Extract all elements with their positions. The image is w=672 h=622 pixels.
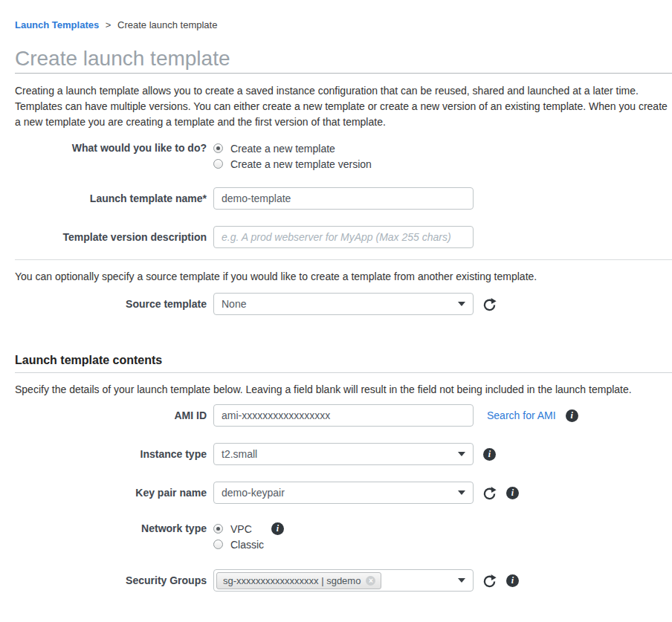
radio-vpc[interactable]: VPC [213,521,252,537]
radio-classic-label: Classic [230,539,264,551]
security-groups-label: Security Groups [15,573,207,589]
radio-button-icon[interactable] [213,143,223,153]
security-groups-row: Security Groups sg-xxxxxxxxxxxxxxxxx | s… [15,569,672,592]
radio-button-icon[interactable] [213,159,223,169]
refresh-icon[interactable] [482,297,497,311]
version-description-label: Template version description [15,230,207,245]
network-type-label: Network type [15,521,207,537]
source-section-divider [15,259,672,260]
title-divider [15,73,672,74]
refresh-icon[interactable] [482,574,497,588]
breadcrumb-current: Create launch template [117,19,217,30]
intro-text: Creating a launch template allows you to… [15,83,668,130]
security-group-tag-label: sg-xxxxxxxxxxxxxxxxx | sgdemo [223,575,361,586]
source-template-label: Source template [15,297,207,312]
key-pair-value: demo-keypair [222,487,285,499]
chevron-down-icon [458,452,465,456]
key-pair-select[interactable]: demo-keypair [213,482,474,504]
contents-divider [15,372,672,373]
contents-description: Specify the details of your launch templ… [15,382,668,398]
search-for-ami-link[interactable]: Search for AMI [487,409,556,421]
template-name-row: Launch template name* [15,187,672,210]
what-label: What would you like to do? [15,140,207,156]
security-group-tag: sg-xxxxxxxxxxxxxxxxx | sgdemo × [216,572,381,589]
radio-vpc-label: VPC [230,523,252,535]
create-launch-template-page: Launch Templates > Create launch templat… [0,19,672,622]
instance-type-select[interactable]: t2.small [213,443,474,465]
what-row: What would you like to do? Create a new … [15,140,672,172]
radio-create-new-template[interactable]: Create a new template [213,140,372,156]
ami-row: AMI ID Search for AMI i [15,404,672,427]
source-template-value: None [222,298,246,310]
instance-type-value: t2.small [222,448,257,460]
breadcrumb-link-launch-templates[interactable]: Launch Templates [15,19,99,30]
source-template-select[interactable]: None [213,293,474,315]
info-icon[interactable]: i [506,574,519,587]
radio-button-icon[interactable] [213,524,223,534]
info-icon[interactable]: i [566,409,578,422]
radio-classic[interactable]: Classic [213,537,284,552]
key-pair-label: Key pair name [15,485,207,501]
chevron-down-icon [458,302,465,306]
security-groups-select[interactable]: sg-xxxxxxxxxxxxxxxxx | sgdemo × [213,569,474,592]
breadcrumb-separator: > [106,19,112,30]
source-template-note: You can optionally specify a source temp… [15,269,668,285]
version-description-input[interactable] [213,226,474,248]
launch-template-contents-title: Launch template contents [15,354,672,367]
radio-button-icon[interactable] [213,540,223,549]
refresh-icon[interactable] [482,486,497,500]
key-pair-row: Key pair name demo-keypair i [15,482,672,504]
chevron-down-icon [458,578,465,583]
info-icon[interactable]: i [483,448,496,461]
info-icon[interactable]: i [271,522,284,535]
instance-type-label: Instance type [15,447,207,462]
page-title: Create launch template [15,46,672,71]
radio-create-new-template-label: Create a new template [230,143,335,155]
radio-create-new-template-version[interactable]: Create a new template version [213,156,372,172]
chevron-down-icon [458,490,465,495]
network-type-row: Network type VPC i Classic [15,521,672,552]
info-icon[interactable]: i [506,487,519,499]
instance-type-row: Instance type t2.small i [15,443,672,465]
template-name-label: Launch template name* [15,191,207,207]
source-template-row: Source template None [15,293,672,315]
radio-create-new-template-version-label: Create a new template version [230,158,372,170]
ami-id-input[interactable] [213,404,474,427]
version-description-row: Template version description [15,226,672,248]
breadcrumb: Launch Templates > Create launch templat… [15,19,672,30]
ami-label: AMI ID [15,408,207,424]
template-name-input[interactable] [213,187,474,210]
remove-tag-icon[interactable]: × [366,576,375,586]
